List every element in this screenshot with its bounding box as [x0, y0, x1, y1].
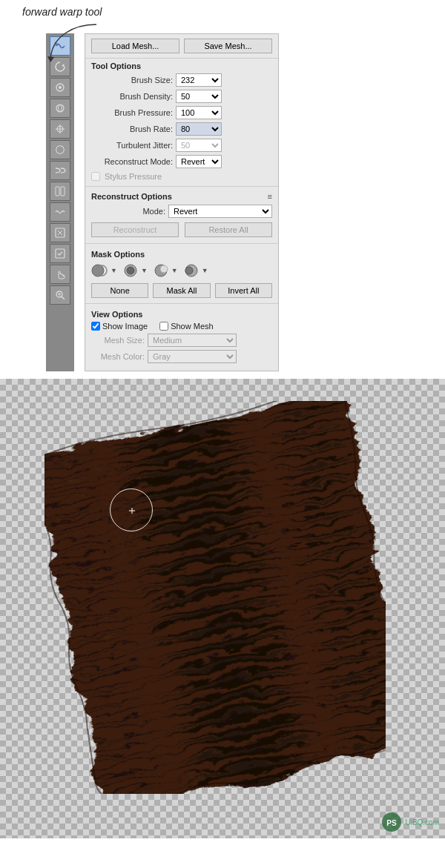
mesh-size-row: Mesh Size: Medium Small Large: [85, 332, 278, 348]
smooth-tool[interactable]: [50, 78, 70, 97]
reconstruct-options-menu-icon[interactable]: ≡: [268, 192, 272, 201]
mode-row: Mode: Revert: [85, 203, 278, 219]
svg-point-19: [185, 267, 193, 274]
annotation-arrow: [44, 21, 104, 65]
brush-size-select[interactable]: 232: [176, 73, 222, 87]
stylus-pressure-row: Stylus Pressure: [85, 170, 278, 183]
brush-size-label: Brush Size:: [91, 76, 173, 85]
reconstruct-buttons-row: Reconstruct Restore All: [85, 219, 278, 240]
brush-density-label: Brush Density:: [91, 92, 173, 101]
push-left-tool[interactable]: [50, 161, 70, 180]
mesh-color-row: Mesh Color: Gray Black White Red Green B…: [85, 348, 278, 365]
mask-dropdown-1[interactable]: ▼: [111, 267, 117, 274]
svg-point-4: [59, 86, 62, 89]
save-mesh-button[interactable]: Save Mesh...: [184, 39, 272, 53]
reconstruct-mode-select[interactable]: Revert: [176, 155, 222, 168]
mask-buttons-row: None Mask All Invert All: [85, 281, 278, 300]
tool-panel: [46, 33, 74, 371]
view-checkboxes-row: Show Image Show Mesh: [85, 320, 278, 332]
svg-rect-8: [61, 187, 65, 196]
twirl-cw-tool[interactable]: [50, 99, 70, 118]
brush-size-row: Brush Size: 232: [85, 72, 278, 88]
mask-icon-1-group[interactable]: ▼: [91, 262, 117, 279]
show-image-checkbox[interactable]: [91, 322, 100, 331]
stylus-pressure-label: Stylus Pressure: [105, 172, 162, 181]
invert-all-button[interactable]: Invert All: [215, 283, 272, 298]
svg-point-15: [127, 267, 134, 274]
turbulent-jitter-label: Turbulent Jitter:: [91, 141, 173, 150]
canvas-section[interactable]: PS UiBQ.com: [0, 379, 445, 838]
turbulence-tool[interactable]: [50, 202, 70, 222]
divider-2: [85, 243, 278, 244]
brush-density-select[interactable]: 50: [176, 90, 222, 103]
svg-point-5: [56, 105, 64, 112]
reconstruct-mode-row: Reconstruct Mode: Revert: [85, 153, 278, 170]
show-mesh-item: Show Mesh: [159, 322, 213, 331]
stylus-pressure-checkbox[interactable]: [91, 172, 100, 181]
reconstruct-options-title: Reconstruct Options: [91, 192, 172, 201]
watermark-text: UiBQ.com: [405, 818, 439, 826]
freeze-mask-tool[interactable]: [50, 223, 70, 242]
mask-options-title: Mask Options: [85, 247, 278, 260]
mesh-size-select[interactable]: Medium Small Large: [148, 334, 237, 347]
svg-rect-10: [56, 249, 65, 258]
load-mesh-button[interactable]: Load Mesh...: [91, 39, 179, 53]
mode-select[interactable]: Revert: [168, 205, 272, 218]
forward-warp-label: forward warp tool: [22, 6, 102, 18]
mask-icon-2-group[interactable]: ▼: [122, 262, 148, 279]
svg-text:PS: PS: [387, 819, 398, 827]
mask-dropdown-2[interactable]: ▼: [141, 267, 148, 274]
pucker-tool[interactable]: [50, 119, 70, 139]
mask-icon-4: [182, 262, 200, 279]
watermark: PS UiBQ.com: [381, 812, 439, 832]
zoom-tool[interactable]: [50, 285, 70, 305]
panel-bottom-padding: [85, 365, 278, 371]
mesh-color-select[interactable]: Gray Black White Red Green Blue: [148, 350, 237, 363]
bloat-tool[interactable]: [50, 140, 70, 159]
mirror-tool[interactable]: [50, 182, 70, 201]
reconstruct-options-header: Reconstruct Options ≡: [85, 190, 278, 203]
brush-pressure-row: Brush Pressure: 100: [85, 105, 278, 121]
brush-rate-label: Brush Rate:: [91, 125, 173, 133]
mesh-buttons-row: Load Mesh... Save Mesh...: [85, 34, 278, 59]
mask-icon-2: [122, 262, 139, 279]
wood-texture: [44, 401, 386, 794]
brush-rate-select[interactable]: 80: [176, 122, 222, 136]
mesh-size-label: Mesh Size:: [91, 336, 145, 345]
reconstruct-mode-label: Reconstruct Mode:: [91, 157, 173, 166]
mask-icons-row: ▼ ▼ ▼ ▼: [85, 260, 278, 281]
turbulent-jitter-select[interactable]: 50: [176, 139, 222, 152]
divider-1: [85, 186, 278, 187]
thaw-mask-tool[interactable]: [50, 244, 70, 263]
none-button[interactable]: None: [91, 283, 148, 298]
properties-panel: Load Mesh... Save Mesh... Tool Options B…: [85, 33, 279, 371]
brush-pressure-select[interactable]: 100: [176, 106, 222, 119]
mask-icon-3: [152, 262, 170, 279]
svg-marker-0: [47, 56, 54, 62]
brush-pressure-label: Brush Pressure:: [91, 108, 173, 117]
mesh-color-label: Mesh Color:: [91, 352, 145, 361]
show-mesh-checkbox[interactable]: [159, 322, 168, 331]
show-image-item: Show Image: [91, 322, 148, 331]
show-mesh-label: Show Mesh: [171, 322, 213, 331]
brush-rate-row: Brush Rate: 80: [85, 121, 278, 137]
brush-density-row: Brush Density: 50: [85, 88, 278, 105]
turbulent-jitter-row: Turbulent Jitter: 50: [85, 137, 278, 153]
watermark-logo-icon: PS: [381, 812, 402, 832]
mask-dropdown-4[interactable]: ▼: [202, 267, 208, 274]
hand-tool[interactable]: [50, 265, 70, 284]
mask-icon-4-group[interactable]: ▼: [182, 262, 208, 279]
mask-dropdown-3[interactable]: ▼: [171, 267, 178, 274]
svg-rect-7: [56, 187, 59, 196]
mask-all-button[interactable]: Mask All: [153, 283, 210, 298]
tool-options-title: Tool Options: [85, 59, 278, 72]
mask-icon-1: [91, 262, 109, 279]
mode-label: Mode:: [142, 207, 165, 216]
mask-icon-3-group[interactable]: ▼: [152, 262, 178, 279]
restore-all-button[interactable]: Restore All: [185, 222, 272, 237]
view-options-title: View Options: [85, 307, 278, 320]
divider-3: [85, 303, 278, 304]
top-section: forward warp tool: [0, 0, 445, 379]
reconstruct-button[interactable]: Reconstruct: [91, 222, 179, 237]
svg-point-17: [160, 265, 168, 273]
